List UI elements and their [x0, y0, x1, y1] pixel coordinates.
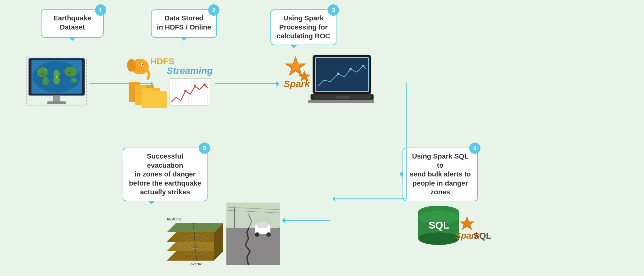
svg-text:Epicentre: Epicentre [189, 262, 202, 266]
svg-text:SQL: SQL [473, 231, 491, 241]
svg-point-14 [56, 76, 57, 78]
svg-point-8 [71, 78, 77, 83]
svg-text:SQL: SQL [429, 219, 449, 231]
svg-text:Streaming: Streaming [167, 65, 213, 76]
step-number-2: 2 [208, 4, 219, 16]
svg-point-45 [194, 85, 196, 88]
svg-rect-85 [226, 228, 280, 265]
step-number-1: 1 [95, 4, 106, 16]
svg-point-7 [64, 67, 77, 77]
svg-point-63 [418, 232, 459, 245]
svg-marker-66 [460, 217, 474, 230]
spark-sql-icon: SQL Spark SQL [407, 198, 495, 267]
svg-point-46 [203, 84, 206, 86]
svg-point-88 [255, 232, 259, 237]
svg-rect-53 [316, 58, 368, 91]
bubble-step1: 1 Earthquake Dataset [41, 9, 104, 38]
svg-point-10 [50, 75, 51, 76]
spark-sql-svg: SQL Spark SQL [407, 198, 495, 267]
svg-point-56 [362, 65, 364, 67]
svg-rect-15 [53, 96, 60, 101]
bubble-text-1: Earthquake Dataset [53, 14, 91, 31]
svg-point-9 [42, 73, 43, 75]
bubble-text-3: Using SparkProcessing forcalculating ROC [277, 14, 330, 40]
svg-rect-28 [142, 89, 153, 92]
svg-rect-59 [336, 96, 350, 99]
arrow-2-to-3 [215, 83, 278, 84]
earthquake-svg: TREMORS Epicentre Focus [164, 198, 283, 267]
svg-point-44 [184, 90, 187, 92]
bubble-step5: 5 Successful evacuationin zones of dange… [123, 148, 208, 201]
svg-rect-87 [257, 222, 268, 228]
svg-text:HDFS: HDFS [150, 57, 174, 66]
bubble-step2: 2 Data Storedin HDFS / Online [151, 9, 217, 38]
step-number-3: 3 [328, 4, 339, 16]
bubble-step3: 3 Using SparkProcessing forcalculating R… [270, 9, 336, 45]
arrow-4-to-5 [283, 220, 330, 221]
svg-point-3 [37, 67, 48, 77]
svg-rect-27 [142, 91, 167, 108]
svg-point-11 [68, 72, 70, 74]
svg-text:TREMORS: TREMORS [165, 218, 181, 221]
svg-rect-16 [47, 101, 66, 104]
svg-point-19 [127, 59, 136, 72]
svg-text:Focus: Focus [192, 246, 200, 249]
svg-rect-60 [308, 100, 374, 103]
svg-point-89 [266, 232, 271, 237]
svg-text:Spark: Spark [284, 78, 310, 89]
hdfs-icon: HDFS Streaming [123, 53, 214, 113]
arrow-3-right-vert [406, 83, 407, 199]
bubble-text-5: Successful evacuationin zones of dangerb… [129, 152, 201, 196]
diagram-container: 1 Earthquake Dataset 2 Data Storedin HDF… [0, 0, 644, 276]
hdfs-svg: HDFS Streaming [123, 53, 214, 113]
bubble-text-2: Data Storedin HDFS / Online [157, 14, 211, 31]
svg-point-54 [337, 73, 339, 75]
bubble-text-4: Using Spark SQL tosend bulk alerts topeo… [410, 152, 471, 196]
svg-point-55 [349, 68, 352, 70]
spark-laptop-icon: Spark [277, 52, 374, 118]
svg-point-4 [42, 77, 49, 85]
svg-point-12 [62, 77, 64, 78]
svg-point-21 [142, 64, 143, 65]
step-number-5: 5 [199, 143, 210, 154]
spark-laptop-svg: Spark [277, 52, 374, 118]
monitor-svg [25, 57, 88, 110]
svg-point-13 [45, 69, 46, 70]
bubble-step4: 4 Using Spark SQL tosend bulk alerts top… [402, 148, 478, 201]
arrow-3-to-4-horiz [333, 198, 406, 199]
earthquake-icon: TREMORS Epicentre Focus [164, 198, 283, 267]
step-number-4: 4 [469, 143, 480, 154]
monitor-icon [25, 57, 88, 110]
